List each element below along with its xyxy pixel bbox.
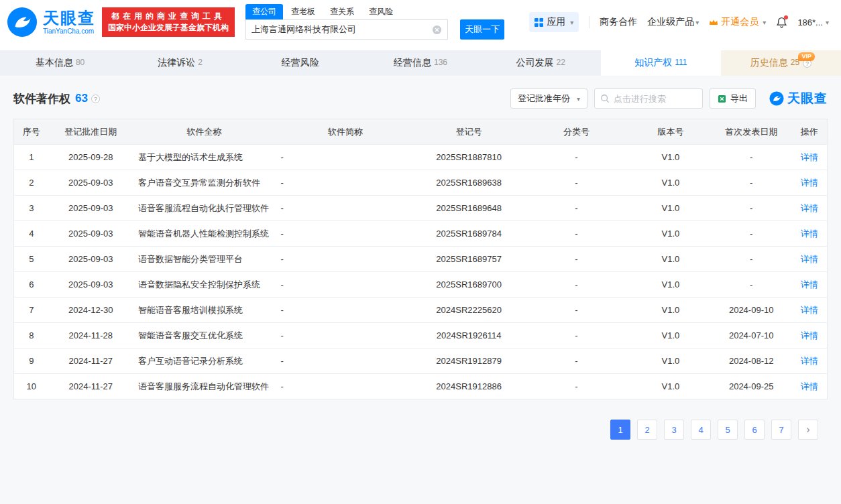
detail-link[interactable]: 详情 bbox=[801, 203, 818, 213]
page-button[interactable]: 7 bbox=[771, 420, 791, 440]
table-cell: - bbox=[275, 170, 415, 196]
company-tab[interactable]: 法律诉讼2 bbox=[120, 50, 240, 76]
search-input[interactable] bbox=[251, 25, 432, 35]
divider bbox=[589, 16, 590, 28]
business-cooperation-link[interactable]: 商务合作 bbox=[600, 16, 637, 28]
company-tab[interactable]: 经营信息136 bbox=[360, 50, 480, 76]
table-cell: 客户语音交互异常监测分析软件 bbox=[133, 170, 276, 196]
detail-link[interactable]: 详情 bbox=[801, 356, 818, 366]
company-tab[interactable]: 知识产权111 bbox=[601, 50, 721, 76]
business-cooperation-label: 商务合作 bbox=[600, 16, 637, 28]
company-tab-label: 公司发展 bbox=[516, 57, 553, 69]
table-search-box[interactable] bbox=[594, 88, 703, 109]
table-cell: V1.0 bbox=[630, 145, 711, 170]
table-cell: V1.0 bbox=[630, 170, 711, 196]
table-cell: - bbox=[275, 221, 415, 247]
table-cell: - bbox=[711, 170, 791, 196]
table-cell: 2024SR2225620 bbox=[415, 298, 522, 323]
notifications-bell[interactable] bbox=[776, 17, 787, 28]
open-vip-label: 开通会员 bbox=[721, 16, 759, 28]
company-tab-count: 2 bbox=[198, 58, 203, 67]
detail-link[interactable]: 详情 bbox=[801, 279, 818, 290]
user-menu[interactable]: 186*... ▾ bbox=[797, 17, 829, 27]
table-cell: - bbox=[522, 323, 630, 349]
company-tab-count: 111 bbox=[675, 58, 687, 67]
table-cell: - bbox=[711, 196, 791, 221]
main-content: 软件著作权 63 ? 登记批准年份 ▾ 导出 bbox=[0, 88, 841, 440]
year-filter-label: 登记批准年份 bbox=[518, 92, 570, 105]
clear-icon[interactable] bbox=[432, 25, 442, 35]
detail-link[interactable]: 详情 bbox=[801, 178, 818, 188]
table-search-input[interactable] bbox=[614, 94, 697, 104]
page-button[interactable]: 4 bbox=[691, 420, 711, 440]
detail-link[interactable]: 详情 bbox=[801, 305, 818, 315]
table-cell: - bbox=[275, 323, 415, 349]
chevron-down-icon: ▾ bbox=[763, 19, 766, 26]
section-count: 63 bbox=[75, 92, 88, 105]
table-cell: V1.0 bbox=[630, 298, 711, 323]
table-cell: - bbox=[522, 349, 630, 374]
next-page-button[interactable]: › bbox=[798, 420, 818, 440]
table-cell: 2025-09-03 bbox=[49, 221, 133, 247]
search-area: 查公司查老板查关系查风险 天眼一下 bbox=[245, 5, 504, 40]
table-cell: - bbox=[522, 374, 630, 399]
detail-link[interactable]: 详情 bbox=[801, 381, 818, 391]
apps-menu[interactable]: 应用 ▾ bbox=[529, 12, 579, 32]
search-button[interactable]: 天眼一下 bbox=[460, 19, 504, 40]
table-cell: 2024-11-27 bbox=[49, 349, 133, 374]
table-cell: 2025SR1689757 bbox=[415, 247, 522, 272]
company-tab[interactable]: 历史信息25VIP? bbox=[721, 50, 841, 76]
page-button[interactable]: 3 bbox=[664, 420, 684, 440]
search-type-tab[interactable]: 查公司 bbox=[245, 4, 283, 19]
table-row: 42025-09-03智能语音机器人性能检测控制系统-2025SR1689784… bbox=[14, 221, 828, 247]
table-cell-action: 详情 bbox=[791, 221, 827, 247]
detail-link[interactable]: 详情 bbox=[801, 229, 818, 239]
brand-domain: TianYanCha.com bbox=[43, 28, 95, 35]
column-header: 版本号 bbox=[630, 119, 711, 145]
column-header: 登记号 bbox=[415, 119, 522, 145]
detail-link[interactable]: 详情 bbox=[801, 254, 818, 264]
table-cell: 2025-09-03 bbox=[49, 247, 133, 272]
table-cell: 5 bbox=[14, 247, 49, 272]
table-cell: 2025-09-03 bbox=[49, 196, 133, 221]
year-filter-dropdown[interactable]: 登记批准年份 ▾ bbox=[510, 88, 587, 109]
enterprise-products-menu[interactable]: 企业级产品 ▾ bbox=[647, 16, 699, 28]
table-cell: 2024SR1926114 bbox=[415, 323, 522, 349]
table-cell: 10 bbox=[14, 374, 49, 399]
table-cell-action: 详情 bbox=[791, 247, 827, 272]
table-header-row: 序号登记批准日期软件全称软件简称登记号分类号版本号首次发表日期操作 bbox=[14, 119, 828, 145]
export-button[interactable]: 导出 bbox=[710, 88, 756, 109]
slogan-line2: 国家中小企业发展子基金旗下机构 bbox=[108, 22, 229, 34]
table-cell-action: 详情 bbox=[791, 145, 827, 170]
topbar: 天眼查 TianYanCha.com 都在用的商业查询工具 国家中小企业发展子基… bbox=[0, 0, 841, 44]
apps-label: 应用 bbox=[547, 16, 565, 28]
table-cell: 语音客服服务流程自动化管理软件 bbox=[133, 374, 276, 399]
table-cell: 2024-09-25 bbox=[711, 374, 791, 399]
open-vip-menu[interactable]: 开通会员 ▾ bbox=[709, 16, 766, 28]
slogan-badge: 都在用的商业查询工具 国家中小企业发展子基金旗下机构 bbox=[102, 7, 235, 37]
detail-link[interactable]: 详情 bbox=[801, 152, 818, 162]
search-type-tab[interactable]: 查关系 bbox=[323, 4, 361, 19]
detail-link[interactable]: 详情 bbox=[801, 330, 818, 340]
search-type-tab[interactable]: 查风险 bbox=[362, 4, 400, 19]
help-icon[interactable]: ? bbox=[91, 94, 100, 103]
vip-badge: VIP bbox=[798, 52, 815, 61]
table-cell: 2024SR1912879 bbox=[415, 349, 522, 374]
company-tab[interactable]: 公司发展22 bbox=[481, 50, 601, 76]
page-button[interactable]: 5 bbox=[718, 420, 738, 440]
table-cell: 2025SR1689638 bbox=[415, 170, 522, 196]
table-cell: 2024-12-30 bbox=[49, 298, 133, 323]
page-button[interactable]: 2 bbox=[637, 420, 657, 440]
table-controls: 登记批准年份 ▾ 导出 天眼查 bbox=[510, 88, 828, 109]
table-cell: 7 bbox=[14, 298, 49, 323]
table-row: 92024-11-27客户互动语音记录分析系统-2024SR1912879-V1… bbox=[14, 349, 828, 374]
company-tab[interactable]: 经营风险 bbox=[240, 50, 360, 76]
table-cell: - bbox=[275, 374, 415, 399]
company-tab[interactable]: 基本信息80 bbox=[0, 50, 120, 76]
search-type-tab[interactable]: 查老板 bbox=[284, 4, 322, 19]
page-button[interactable]: 1 bbox=[610, 420, 630, 440]
tianyancha-logo[interactable]: 天眼查 TianYanCha.com bbox=[7, 7, 95, 38]
page-button[interactable]: 6 bbox=[744, 420, 765, 440]
notification-dot bbox=[784, 15, 788, 19]
table-cell: - bbox=[711, 221, 791, 247]
